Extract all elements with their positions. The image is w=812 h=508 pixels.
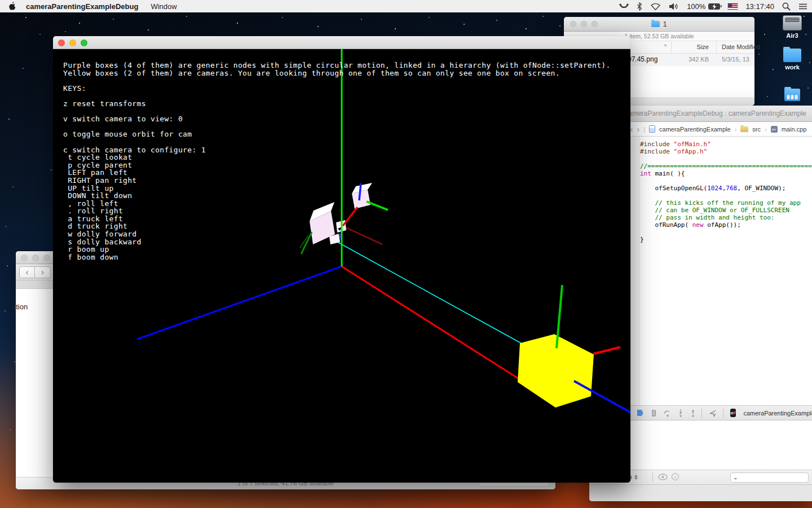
- charging-bolt-icon: [710, 4, 718, 10]
- forward-icon[interactable]: ›: [637, 126, 640, 132]
- xcode-window-bottom: [589, 484, 812, 501]
- forward-button[interactable]: ›: [35, 266, 51, 278]
- back-icon[interactable]: ‹: [630, 126, 633, 132]
- step-out-icon[interactable]: [689, 409, 694, 417]
- people-glyph: [787, 95, 798, 99]
- breakpoints-toggle-icon[interactable]: [637, 410, 643, 416]
- active-app-name[interactable]: cameraParentingExampleDebug: [26, 2, 138, 11]
- column-header-size[interactable]: Size: [674, 43, 709, 50]
- step-over-icon[interactable]: [663, 409, 669, 417]
- quicklook-eye-icon[interactable]: [658, 474, 668, 480]
- folder-icon: [651, 21, 660, 27]
- back-icon: ‹: [26, 267, 29, 277]
- debug-target-label[interactable]: cameraParentingExample: [743, 410, 812, 417]
- menu-item-window[interactable]: Window: [151, 2, 176, 11]
- openframeworks-app-icon[interactable]: oF: [730, 409, 736, 417]
- desktop-icon-label: Air3: [776, 32, 808, 39]
- close-button[interactable]: [570, 21, 576, 27]
- volume-icon[interactable]: [669, 3, 679, 10]
- step-into-icon[interactable]: [677, 409, 682, 417]
- close-button[interactable]: [58, 40, 65, 46]
- finder-top-titlebar[interactable]: 1: [564, 17, 754, 32]
- column-header-date[interactable]: Date Modified: [722, 43, 760, 50]
- forward-icon: ›: [41, 267, 44, 277]
- zoom-button[interactable]: [43, 255, 50, 261]
- file-date: 5/3/15, 13: [722, 56, 749, 63]
- stepper-icon: [634, 475, 638, 480]
- drive-icon: [783, 15, 802, 30]
- world-x-axis: [342, 266, 519, 379]
- desktop-icon-label: work: [776, 64, 808, 71]
- apple-icon: [8, 2, 16, 11]
- file-name: 07.45.png: [628, 55, 657, 63]
- finder-top-title: 1: [663, 20, 667, 28]
- breadcrumb-project[interactable]: cameraParentingExample: [659, 126, 731, 133]
- gl-canvas[interactable]: Purple boxes (4 of them) are generic nod…: [53, 49, 630, 483]
- desktop-icon-shared-folder[interactable]: [776, 89, 808, 101]
- minimize-button[interactable]: [32, 255, 39, 261]
- world-z-axis: [137, 266, 342, 339]
- info-icon[interactable]: i: [672, 473, 679, 480]
- app-window: Purple boxes (4 of them) are generic nod…: [53, 36, 630, 483]
- us-flag-input-icon[interactable]: [728, 3, 738, 10]
- folder-icon: [740, 126, 748, 132]
- zoom-button[interactable]: [592, 21, 598, 27]
- file-size: 342 KB: [674, 56, 709, 63]
- close-button[interactable]: [21, 255, 28, 261]
- document-icon: [649, 125, 655, 133]
- console-filter-field[interactable]: ◒: [730, 472, 809, 483]
- breadcrumb-folder[interactable]: src: [752, 126, 761, 133]
- desktop-icon-air3[interactable]: Air3: [776, 15, 808, 39]
- breadcrumb-file[interactable]: main.cpp: [782, 126, 807, 133]
- menu-bar: cameraParentingExampleDebug Window 100% …: [0, 0, 812, 12]
- location-icon[interactable]: [709, 409, 716, 417]
- notification-center-icon[interactable]: [798, 3, 807, 10]
- source-code: #include "ofMain.h"#include "ofApp.h" //…: [640, 141, 812, 243]
- back-button[interactable]: ‹: [19, 266, 35, 278]
- menu-bar-clock[interactable]: 13:17:40: [745, 2, 774, 11]
- file-item-label[interactable]: ation: [12, 303, 28, 311]
- battery-status[interactable]: 100%: [687, 2, 720, 11]
- wifi-icon[interactable]: [650, 2, 661, 10]
- folder-icon: [783, 49, 801, 62]
- minimize-button[interactable]: [69, 40, 76, 46]
- chevron-separator-icon: ›: [765, 126, 767, 133]
- filter-icon: ◒: [734, 474, 738, 481]
- shared-folder-icon: [784, 89, 800, 101]
- battery-icon: [708, 3, 720, 10]
- apple-menu[interactable]: [8, 2, 16, 11]
- bluetooth-icon[interactable]: [637, 2, 642, 11]
- editor-gutter[interactable]: [630, 137, 640, 405]
- hud-text: Purple boxes (4 of them) are generic nod…: [63, 62, 611, 261]
- desktop-icon-work[interactable]: work: [776, 49, 808, 71]
- camera-x-axis: [593, 347, 620, 354]
- spotlight-icon[interactable]: [782, 2, 791, 11]
- app-titlebar[interactable]: [53, 36, 630, 49]
- minimize-button[interactable]: [581, 21, 587, 27]
- zoom-button[interactable]: [81, 40, 87, 46]
- sort-indicator-icon[interactable]: ^: [664, 43, 667, 49]
- cpp-file-icon: c+: [771, 126, 778, 133]
- desktop: Air3 work ‹ › ation 1 of 7 se: [0, 0, 812, 508]
- battery-percent: 100%: [687, 2, 705, 11]
- phone-icon[interactable]: [619, 2, 629, 11]
- chevron-separator-icon: ›: [735, 126, 737, 133]
- pause-icon[interactable]: [651, 409, 656, 417]
